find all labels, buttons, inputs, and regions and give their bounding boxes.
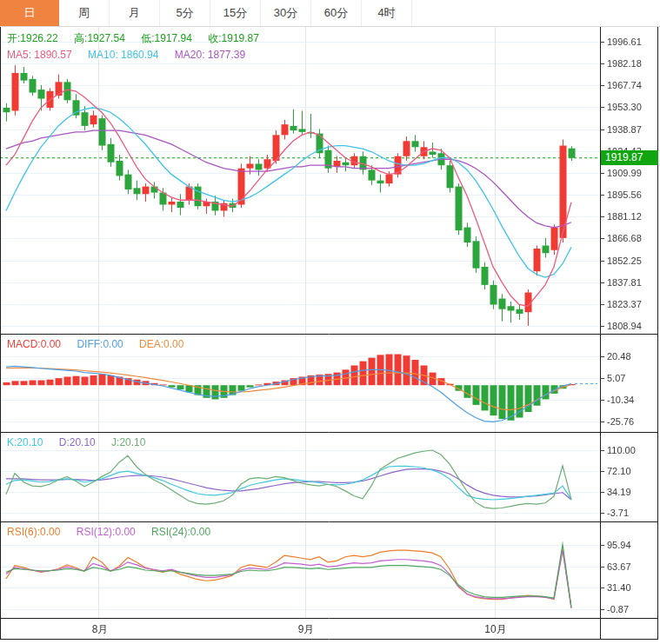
y-axis-label: -25.76 <box>607 416 634 427</box>
y-axis-label: 1881.12 <box>607 211 642 222</box>
y-axis-label: 1895.56 <box>607 189 642 200</box>
y-axis-label: -10.34 <box>607 395 634 405</box>
high-value: 高:1927.54 <box>74 32 125 44</box>
d-value: D:20.10 <box>59 436 96 448</box>
y-axis-label: 63.67 <box>607 561 631 572</box>
dea-value: DEA:0.00 <box>139 338 183 350</box>
y-axis-label: 1938.87 <box>607 124 642 135</box>
chart-canvas[interactable] <box>0 0 660 644</box>
ma10-value: MA10: 1860.94 <box>88 49 158 61</box>
macd-legend: MACD:0.00 DIFF:0.00 DEA:0.00 <box>7 338 197 350</box>
y-axis-label: 1982.18 <box>607 58 642 69</box>
kline-chart-app: 日 周 月 5分 15分 30分 60分 4时 开:1926.22 高:1927… <box>0 0 660 644</box>
y-axis-label: 5.07 <box>607 373 625 383</box>
x-axis-label-august: 8月 <box>92 622 109 637</box>
close-value: 收:1919.87 <box>208 32 259 44</box>
y-axis-label: 1866.68 <box>607 233 642 243</box>
current-price-tag: 1919.87 <box>601 150 658 165</box>
rsi-legend: RSI(6):0.00 RSI(12):0.00 RSI(24):0.00 <box>7 526 223 538</box>
tab-4hour[interactable]: 4时 <box>362 0 412 26</box>
y-axis-label: 20.48 <box>607 351 631 362</box>
tab-monthly[interactable]: 月 <box>110 0 160 26</box>
y-axis-label: 1823.37 <box>607 299 642 309</box>
timeframe-tabbar: 日 周 月 5分 15分 30分 60分 4时 <box>0 0 660 27</box>
rsi12-value: RSI(12):0.00 <box>77 526 136 538</box>
y-axis-label: 1996.61 <box>607 37 642 47</box>
y-axis-label: 1909.99 <box>607 168 642 178</box>
k-value: K:20.10 <box>7 436 43 448</box>
tab-60min[interactable]: 60分 <box>311 0 362 26</box>
y-axis-label: 1967.74 <box>607 80 642 90</box>
tab-30min[interactable]: 30分 <box>261 0 311 26</box>
x-axis-label-september: 9月 <box>298 622 315 637</box>
y-axis-label: 34.19 <box>607 487 631 497</box>
y-axis-label: 1953.30 <box>607 102 642 112</box>
ma20-value: MA20: 1877.39 <box>175 49 245 61</box>
ma-legend: MA5: 1890.57 MA10: 1860.94 MA20: 1877.39 <box>7 49 258 61</box>
low-value: 低:1917.94 <box>141 32 192 44</box>
j-value: J:20.10 <box>111 436 145 448</box>
y-axis-label: -3.71 <box>607 508 629 518</box>
y-axis-label: 72.10 <box>607 466 631 476</box>
y-axis-label: 110.00 <box>607 445 636 455</box>
macd-value: MACD:0.00 <box>7 338 61 350</box>
diff-value: DIFF:0.00 <box>77 338 123 350</box>
y-axis-label: 95.94 <box>607 540 631 550</box>
tab-weekly[interactable]: 周 <box>59 0 110 26</box>
x-axis-label-october: 10月 <box>484 622 506 637</box>
tab-15min[interactable]: 15分 <box>210 0 261 26</box>
rsi6-value: RSI(6):0.00 <box>7 526 60 538</box>
ohlc-legend: 开:1926.22 高:1927.54 低:1917.94 收:1919.87 <box>7 31 272 46</box>
y-axis-label: 1837.81 <box>607 277 642 288</box>
ma5-value: MA5: 1890.57 <box>7 49 72 61</box>
open-value: 开:1926.22 <box>7 32 58 44</box>
y-axis-label: 1852.25 <box>607 256 642 266</box>
tab-daily[interactable]: 日 <box>0 0 59 26</box>
y-axis-label: 1808.94 <box>607 321 642 331</box>
y-axis-label: -0.87 <box>607 604 629 614</box>
tab-5min[interactable]: 5分 <box>160 0 210 26</box>
kdj-legend: K:20.10 D:20.10 J:20.10 <box>7 436 158 448</box>
rsi24-value: RSI(24):0.00 <box>151 526 210 538</box>
y-axis-label: 31.40 <box>607 582 631 593</box>
